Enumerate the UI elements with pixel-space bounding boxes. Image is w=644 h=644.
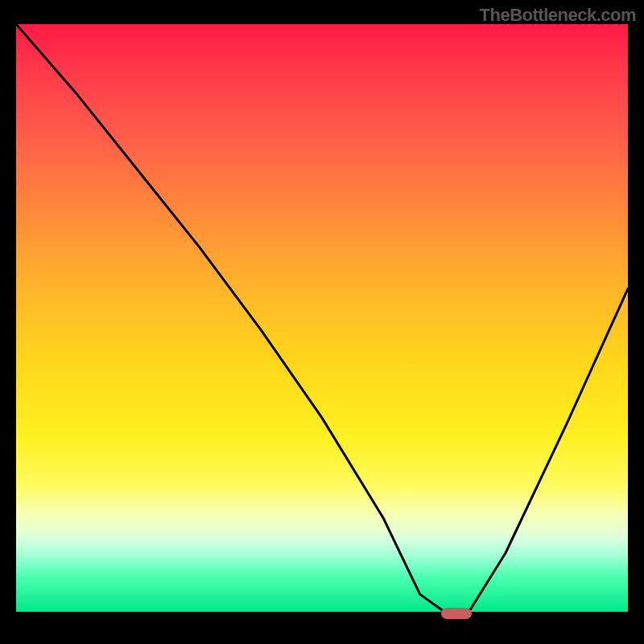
x-axis [16, 612, 628, 613]
bottleneck-curve [16, 24, 628, 612]
chart-frame: TheBottleneck.com [0, 0, 644, 644]
plot-area [16, 24, 628, 628]
watermark-text: TheBottleneck.com [480, 5, 636, 26]
optimal-marker [441, 608, 472, 619]
